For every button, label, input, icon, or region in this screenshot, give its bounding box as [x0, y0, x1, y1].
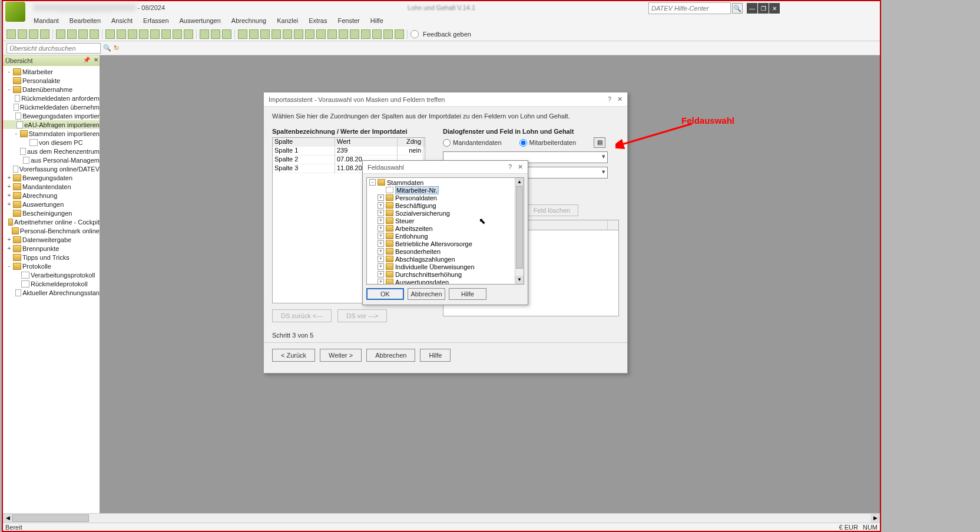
field-tree-item[interactable]: -Stammdaten — [367, 179, 524, 186]
menu-hilfe[interactable]: Hilfe — [366, 17, 388, 24]
nav-item[interactable]: Arbeitnehmer online - Cockpit — [3, 217, 100, 226]
menu-bearbeiten[interactable]: Bearbeiten — [65, 17, 105, 24]
delete-field-button[interactable]: Feld löschen — [525, 204, 578, 216]
overview-search-input[interactable] — [6, 43, 101, 54]
nav-item[interactable]: Bewegungsdaten importier — [3, 111, 100, 120]
scroll-up-icon[interactable]: ▲ — [515, 178, 524, 186]
toolbar-icon[interactable] — [350, 29, 359, 39]
toolbar-icon[interactable] — [395, 29, 404, 39]
field-tree-item[interactable]: +Steuer — [367, 217, 524, 224]
toolbar-icon[interactable] — [161, 29, 171, 39]
nav-item[interactable]: Bescheinigungen — [3, 209, 100, 217]
toolbar-icon[interactable] — [372, 29, 382, 39]
toolbar-icon[interactable] — [361, 29, 370, 39]
nav-item[interactable]: Tipps und Tricks — [3, 253, 100, 262]
toolbar-icon[interactable] — [327, 29, 337, 39]
toolbar-icon[interactable] — [40, 29, 49, 39]
vscrollbar[interactable]: ▲ ▼ — [515, 178, 524, 284]
toolbar-icon[interactable] — [78, 29, 88, 39]
toolbar-icon[interactable] — [249, 29, 259, 39]
close-button[interactable]: ✕ — [769, 3, 780, 14]
toolbar-icon[interactable] — [173, 29, 182, 39]
toolbar-icon[interactable] — [90, 29, 99, 39]
nav-item[interactable]: +Brennpunkte — [3, 244, 100, 253]
toolbar-icon[interactable] — [67, 29, 77, 39]
nav-item[interactable]: +Mandantendaten — [3, 182, 100, 191]
ok-button[interactable]: OK — [366, 288, 404, 300]
help-search-input[interactable] — [648, 2, 731, 14]
help-search-button[interactable]: 🔍 — [732, 3, 743, 14]
nav-item[interactable]: aus Personal-Managem — [3, 156, 100, 164]
nav-item[interactable]: +Bewegungsdaten — [3, 173, 100, 182]
field-tree-item[interactable]: +Auswertungsdaten — [367, 278, 524, 285]
toolbar-icon[interactable] — [29, 29, 38, 39]
field-tree-item[interactable]: Mitarbeiter-Nr. — [367, 186, 524, 194]
radio-mandantendaten[interactable]: Mandantendaten — [443, 139, 502, 147]
menu-auswertungen[interactable]: Auswertungen — [175, 17, 226, 24]
refresh-icon[interactable]: ↻ — [114, 44, 122, 52]
toolbar-icon[interactable] — [294, 29, 303, 39]
wizard-help-icon[interactable]: ? — [608, 95, 611, 103]
help-button[interactable]: Hilfe — [449, 288, 486, 300]
toolbar-icon[interactable] — [272, 29, 281, 39]
field-tree-item[interactable]: +Beschäftigung — [367, 201, 524, 209]
nav-item[interactable]: +Datenweitergabe — [3, 235, 100, 244]
menu-abrechnung[interactable]: Abrechnung — [227, 17, 271, 24]
wizard-next-button[interactable]: Weiter > — [320, 349, 362, 362]
toolbar-icon[interactable] — [305, 29, 314, 39]
toolbar-icon[interactable] — [222, 29, 231, 39]
menu-extras[interactable]: Extras — [304, 17, 332, 24]
toolbar-icon[interactable] — [339, 29, 348, 39]
nav-item[interactable]: -Datenübernahme — [3, 85, 100, 94]
toolbar-icon[interactable] — [18, 29, 27, 39]
search-icon[interactable]: 🔍 — [103, 44, 111, 52]
scroll-right-icon[interactable]: ▶ — [870, 514, 880, 523]
menu-erfassen[interactable]: Erfassen — [138, 17, 173, 24]
feedback-link[interactable]: Feedback geben — [423, 31, 471, 38]
nav-item[interactable]: -Protokolle — [3, 262, 100, 270]
hscroll-thumb[interactable] — [12, 514, 89, 522]
field-tree-item[interactable]: +Personaldaten — [367, 194, 524, 201]
toolbar-icon[interactable] — [105, 29, 115, 39]
field-tree-item[interactable]: +Durchschnittserhöhung — [367, 270, 524, 278]
toolbar-icon[interactable] — [184, 29, 193, 39]
toolbar-icon[interactable] — [383, 29, 393, 39]
hscrollbar[interactable]: ◀ ▶ — [3, 513, 880, 523]
nav-item[interactable]: von diesem PC — [3, 138, 100, 147]
toolbar-icon[interactable] — [260, 29, 270, 39]
table-row[interactable]: Spalte 1239nein — [273, 147, 425, 156]
nav-item[interactable]: aus dem Rechenzentrum — [3, 147, 100, 156]
toolbar-icon[interactable] — [117, 29, 126, 39]
toolbar-icon[interactable] — [211, 29, 220, 39]
nav-item[interactable]: Rückmeldedaten übernehm — [3, 103, 100, 111]
scroll-down-icon[interactable]: ▼ — [515, 276, 524, 284]
nav-item[interactable]: Aktueller Abrechnungsstan — [3, 288, 100, 297]
field-tree-item[interactable]: +Abschlagszahlungen — [367, 255, 524, 263]
toolbar-icon[interactable] — [139, 29, 148, 39]
pin-icon[interactable]: 📌 — [83, 57, 90, 63]
col-header[interactable]: Zdng — [398, 138, 423, 147]
nav-item[interactable]: eAU-Abfragen importieren — [3, 120, 100, 129]
wizard-back-button[interactable]: < Zurück — [272, 349, 315, 362]
nav-item[interactable]: Personal-Benchmark online — [3, 226, 100, 235]
nav-item[interactable]: Personalakte — [3, 76, 100, 85]
field-select-button[interactable]: ▤ — [594, 137, 605, 148]
field-tree-item[interactable]: +Betriebliche Altersvorsorge — [367, 240, 524, 247]
field-tree-item[interactable]: +Entlohnung — [367, 232, 524, 240]
field-tree-item[interactable]: +Arbeitszeiten — [367, 224, 524, 232]
nav-item[interactable]: Verarbeitungsprotokoll — [3, 270, 100, 279]
nav-item[interactable]: +Auswertungen — [3, 200, 100, 209]
menu-mandant[interactable]: Mandant — [29, 17, 64, 24]
field-tree-item[interactable]: +Sozialversicherung — [367, 209, 524, 217]
nav-item[interactable]: +Abrechnung — [3, 191, 100, 200]
field-tree-item[interactable]: +Individuelle Überweisungen — [367, 263, 524, 270]
toolbar-icon[interactable] — [238, 29, 247, 39]
field-tree-item[interactable]: +Besonderheiten — [367, 247, 524, 255]
toolbar-icon[interactable] — [150, 29, 160, 39]
cancel-button[interactable]: Abbrechen — [408, 288, 445, 300]
sidebar-close-icon[interactable]: ✕ — [94, 57, 98, 63]
toolbar-icon[interactable] — [6, 29, 16, 39]
nav-item[interactable]: Rückmeldedaten anfordern — [3, 94, 100, 103]
menu-fenster[interactable]: Fenster — [333, 17, 364, 24]
toolbar-icon[interactable] — [200, 29, 209, 39]
